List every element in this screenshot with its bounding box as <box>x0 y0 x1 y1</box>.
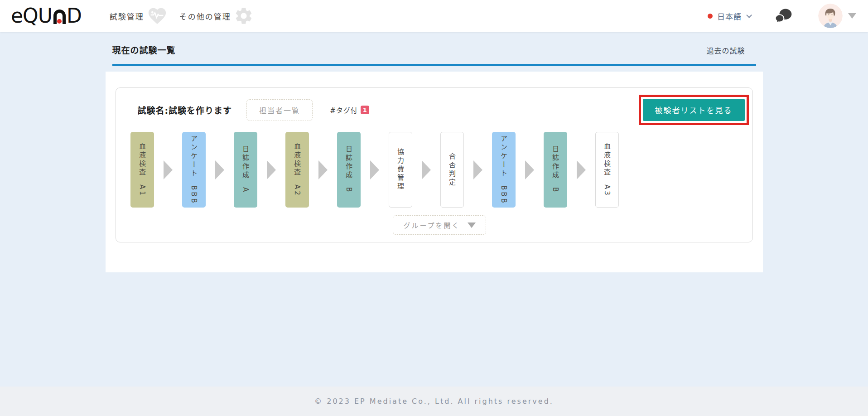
flow-step: 日誌作成A <box>234 132 257 208</box>
page-title: 現在の試験一覧 <box>112 44 176 56</box>
language-flag-dot-icon <box>708 14 713 19</box>
staff-list-button[interactable]: 担当者一覧 <box>246 99 313 121</box>
flow-step: アンケートBBB <box>182 132 206 208</box>
flow-arrow-icon <box>267 160 276 179</box>
gear-icon <box>234 6 254 26</box>
main-nav: 試験管理 その他の管理 <box>98 5 254 26</box>
language-label: 日本語 <box>717 10 742 22</box>
caret-down-icon <box>468 223 476 228</box>
trial-card: 試験名:試験を作ります 担当者一覧 #タグ付 1 被験者リストを見る 血液検査A… <box>116 87 753 242</box>
flow-arrow-icon <box>318 160 328 179</box>
open-group-button[interactable]: グループを開く <box>393 215 486 235</box>
flow-arrow-icon <box>473 160 482 179</box>
flow-step: 協力費管理 <box>389 132 412 208</box>
flow-step-label: 日誌作成 <box>344 145 353 180</box>
flow-step-label: アンケート <box>189 135 198 178</box>
flow-step: 合否判定 <box>440 132 464 208</box>
flow-step-label: 日誌作成 <box>550 145 560 180</box>
flow-step-code: B <box>551 187 559 193</box>
flow-step-label: 日誌作成 <box>241 145 250 180</box>
flow-step: 血液検査A1 <box>130 132 154 208</box>
flow-step: 日誌作成B <box>544 132 567 208</box>
flow-step-label: 協力費管理 <box>395 148 405 191</box>
heart-pulse-icon <box>147 5 168 26</box>
flow-step-code: A2 <box>293 184 301 197</box>
flow-step-label: 血液検査 <box>137 143 147 177</box>
flow-arrow-icon <box>577 160 586 179</box>
logo[interactable]: eQU D <box>11 6 82 26</box>
flow-step-code: B <box>345 187 353 193</box>
past-trials-link[interactable]: 過去の試験 <box>706 45 756 56</box>
flow-arrow-icon <box>422 160 431 179</box>
flow-step-code: A3 <box>603 184 611 197</box>
language-selector[interactable]: 日本語 <box>708 10 750 22</box>
flow-step-code: BBB <box>500 185 508 205</box>
avatar[interactable] <box>818 4 843 28</box>
chat-button[interactable] <box>774 6 793 25</box>
heading-underline <box>112 64 756 66</box>
copyright-text: © 2023 EP Mediate Co., Ltd. All rights r… <box>314 397 554 406</box>
nav-item-trial-management[interactable]: 試験管理 <box>110 5 168 26</box>
logo-text-left: eQU <box>11 6 52 26</box>
navbar: eQU D 試験管理 その他の管理 日 <box>0 0 868 32</box>
flow-step-label: 合否判定 <box>447 153 457 187</box>
open-group-label: グループを開く <box>403 220 460 230</box>
flow-arrow-icon <box>525 160 534 179</box>
flow-step: 血液検査A3 <box>595 132 619 208</box>
user-menu-caret-icon[interactable] <box>848 13 856 19</box>
flow-arrow-icon <box>164 160 173 179</box>
flow-step-label: 血液検査 <box>292 143 302 177</box>
flow-step-code: A1 <box>138 184 146 197</box>
trial-name: 試験名:試験を作ります <box>138 104 232 116</box>
flow-step: アンケートBBB <box>492 132 516 208</box>
nav-item-other-management[interactable]: その他の管理 <box>179 6 254 26</box>
nav-item-trial-management-label: 試験管理 <box>110 10 144 22</box>
flow-step-label: 血液検査 <box>602 143 612 177</box>
tag-count-badge: 1 <box>361 106 369 114</box>
flow-step-code: A <box>241 187 250 193</box>
user-menu <box>818 4 856 28</box>
tag-link[interactable]: #タグ付 1 <box>330 105 369 115</box>
chevron-down-icon <box>746 12 752 18</box>
navbar-right: 日本語 <box>708 4 856 28</box>
logo-text-right: D <box>67 6 82 26</box>
flow-arrow-icon <box>215 160 224 179</box>
logo-a-arch-icon <box>53 10 66 24</box>
flow-step: 日誌作成B <box>337 132 361 208</box>
trial-list-panel: 試験名:試験を作ります 担当者一覧 #タグ付 1 被験者リストを見る 血液検査A… <box>106 72 763 272</box>
nav-item-other-management-label: その他の管理 <box>179 10 231 22</box>
flow-row: 血液検査A1アンケートBBB日誌作成A血液検査A2日誌作成B協力費管理合否判定ア… <box>130 132 749 208</box>
flow-step: 血液検査A2 <box>285 132 309 208</box>
tag-label: #タグ付 <box>330 105 358 115</box>
flow-step-label: アンケート <box>499 135 508 178</box>
flow-step-code: BBB <box>190 185 198 205</box>
footer: © 2023 EP Mediate Co., Ltd. All rights r… <box>0 387 868 416</box>
main-content: 現在の試験一覧 過去の試験 試験名:試験を作ります 担当者一覧 #タグ付 1 被… <box>0 32 868 387</box>
highlight-frame: 被験者リストを見る <box>639 95 749 125</box>
flow-arrow-icon <box>370 160 379 179</box>
chat-bubbles-icon <box>774 6 793 25</box>
view-subject-list-button[interactable]: 被験者リストを見る <box>643 99 745 121</box>
